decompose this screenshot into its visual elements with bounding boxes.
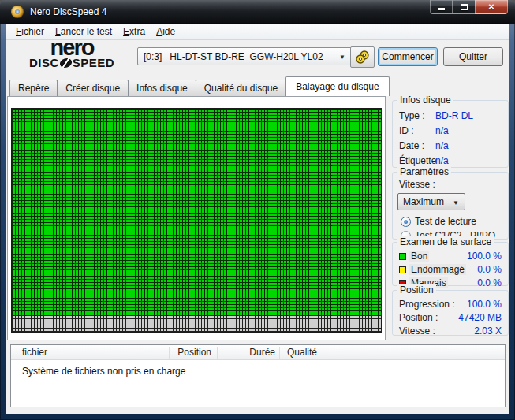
disc-id-label: ID : (399, 125, 435, 136)
speed-row: Vitesse : 2.03 X (399, 325, 502, 336)
header-separator (217, 347, 218, 359)
damaged-value: 0.0 % (477, 264, 502, 275)
tab-balayage-du-disque[interactable]: Balayage du disque (285, 76, 389, 96)
speed-select-value: Maximum (403, 196, 444, 207)
good-color-swatch (399, 253, 406, 260)
logo-disc-word: DISC (29, 57, 59, 69)
disc-options-button[interactable] (350, 46, 375, 68)
filesystem-status-message: Système de fichiers non pris en charge (11, 360, 505, 377)
discs-icon (355, 50, 371, 65)
disc-type-row: Type : BD-R DL (393, 108, 508, 123)
logo-discspeed-text: DISCSPEED (20, 57, 124, 69)
close-icon: ✕ (488, 2, 494, 11)
progress-value: 100.0 % (467, 299, 502, 310)
file-list: fichier Position Durée Qualité Système d… (10, 344, 506, 407)
tab-infos-disque[interactable]: Infos disque (128, 80, 196, 96)
start-button[interactable]: Commencer (378, 47, 438, 66)
window-title: Nero DiscSpeed 4 (30, 6, 106, 17)
minimize-icon (438, 8, 445, 10)
menu-fichier[interactable]: Fichier (10, 26, 50, 37)
damaged-label: Endommagé (409, 264, 466, 275)
start-button-label: Commencer (382, 51, 433, 62)
header-separator (319, 347, 319, 359)
disc-id-value: n/a (435, 125, 449, 136)
surface-damaged-row: Endommagé 0.0 % (399, 264, 502, 275)
groupbox-title: Paramètres (397, 166, 451, 177)
groupbox-parametres: Paramètres Vitesse : Maximum ▼ Test de l… (392, 172, 509, 240)
bad-value: 0.0 % (477, 277, 502, 288)
header-position[interactable]: Position (148, 347, 211, 358)
good-label: Bon (409, 251, 429, 262)
disc-date-value: n/a (435, 140, 449, 151)
radio-button[interactable] (401, 217, 411, 227)
title-bar: Nero DiscSpeed 4 ✕ (0, 0, 515, 24)
groupbox-title: Position (397, 284, 436, 295)
file-list-header: fichier Position Durée Qualité (11, 345, 505, 360)
quit-button[interactable]: Quitter (443, 47, 503, 66)
position-label: Position : (399, 312, 438, 323)
surface-good-row: Bon 100.0 % (399, 251, 502, 262)
position-value: 47420 MB (458, 312, 502, 323)
disc-surface-grid (11, 108, 382, 333)
disc-type-label: Type : (399, 110, 435, 121)
groupbox-title: Infos disque (397, 95, 453, 106)
disc-type-value: BD-R DL (435, 110, 473, 121)
tab-strip: Repère Créer disque Infos disque Qualité… (9, 76, 389, 96)
header-duree[interactable]: Durée (218, 347, 275, 358)
tab-qualite-du-disque[interactable]: Qualité du disque (196, 80, 286, 96)
position-row: Position : 47420 MB (399, 311, 502, 323)
radio-label: Test de lecture (415, 216, 476, 227)
window-controls: ✕ (430, 0, 508, 14)
drive-select[interactable]: [0:3] HL-DT-ST BD-RE GGW-H20L YL02 ▼ (137, 47, 352, 65)
minimize-button[interactable] (430, 0, 453, 14)
header-separator (279, 347, 280, 359)
surface-scanned-good-area (12, 109, 381, 315)
groupbox-infos-disque: Infos disque Type : BD-R DL ID : n/a Dat… (392, 100, 509, 168)
close-button[interactable]: ✕ (475, 0, 508, 14)
header-fichier[interactable]: fichier (22, 347, 47, 358)
progress-label: Progression : (399, 299, 455, 310)
drive-select-value: [0:3] HL-DT-ST BD-RE GGW-H20L YL02 (144, 51, 323, 62)
disc-date-row: Date : n/a (393, 138, 508, 153)
damaged-color-swatch (399, 266, 406, 273)
progress-row: Progression : 100.0 % (399, 298, 502, 310)
disc-label-value: n/a (435, 155, 449, 166)
app-icon (11, 6, 24, 18)
header-separator (169, 347, 170, 359)
surface-unscanned-area (12, 315, 381, 332)
maximize-button[interactable] (453, 0, 475, 14)
tab-creer-disque[interactable]: Créer disque (57, 80, 129, 96)
speed-value: 2.03 X (474, 325, 502, 336)
chevron-down-icon: ▼ (339, 54, 345, 61)
logo-nero-text: nero (20, 39, 124, 57)
good-value: 100.0 % (467, 251, 502, 262)
speed-value-label: Vitesse : (399, 325, 435, 336)
groupbox-examen-surface: Examen de la surface Bon 100.0 % Endomma… (392, 242, 509, 286)
tab-repere[interactable]: Repère (9, 80, 58, 96)
disc-date-label: Date : (399, 140, 435, 151)
logo-speed-word: SPEED (73, 57, 114, 69)
app-window: Nero DiscSpeed 4 ✕ Fichier Lancer le tes… (0, 0, 515, 420)
client-area: Fichier Lancer le test Extra Aide nero D… (6, 24, 509, 414)
quit-button-label: Quitter (459, 51, 487, 62)
maximize-icon (461, 4, 468, 10)
menu-aide[interactable]: Aide (151, 26, 181, 37)
radio-test-de-lecture[interactable]: Test de lecture (401, 216, 476, 227)
speed-label: Vitesse : (399, 179, 508, 190)
groupbox-position: Position Progression : 100.0 % Position … (392, 290, 509, 336)
scan-tab-page (7, 96, 386, 340)
disc-label-label: Étiquette (399, 155, 435, 166)
speed-select[interactable]: Maximum ▼ (397, 193, 465, 210)
header-qualite[interactable]: Qualité (287, 347, 317, 358)
chevron-down-icon: ▼ (453, 199, 459, 206)
menu-extra[interactable]: Extra (118, 26, 151, 37)
nero-discspeed-logo: nero DISCSPEED (20, 39, 124, 69)
disc-id-row: ID : n/a (393, 123, 508, 138)
groupbox-title: Examen de la surface (397, 236, 494, 247)
